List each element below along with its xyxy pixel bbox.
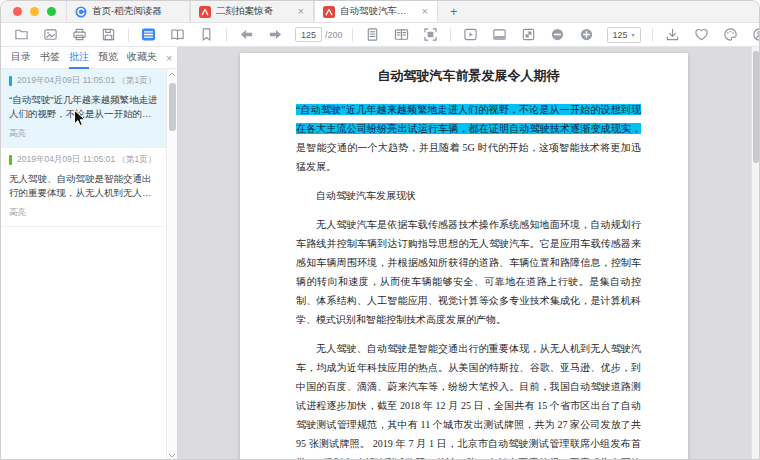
document-viewport[interactable]: 自动驾驶汽车前景发展令人期待 “自动驾驶”近几年越来越频繁地走进人们的视野，不论… [178,47,759,460]
panel-toggle-icon-active[interactable] [141,27,156,42]
fullscreen-icon[interactable] [521,27,536,42]
highlighted-text[interactable]: “自动驾驶”近几年越来越频繁地走进人们的视野，不论是从一开始的设想到现在各大主流… [296,104,641,134]
reader-logo-icon [75,6,87,18]
close-window-button[interactable] [13,7,22,16]
tab-bar: 首页-稻壳阅读器 二刻拍案惊奇 × 自动驾驶汽车前景发展... × + [1,1,759,23]
annotation-item[interactable]: 2019年04月09日 11:05:01 （第1页） 无人驾驶、自动驾驶是智能交… [1,148,166,227]
sidebar-tab-bookmarks[interactable]: 书签 [40,46,60,69]
annotation-list: 2019年04月09日 11:05:01 （第1页） “自动驾驶”近几年越来越频… [1,69,166,460]
close-tab-icon[interactable]: × [297,6,305,17]
facing-pages-icon[interactable] [394,27,409,42]
sidebar-tab-preview[interactable]: 预览 [98,46,118,69]
open-file-icon[interactable] [14,27,29,42]
app-window: 首页-稻壳阅读器 二刻拍案惊奇 × 自动驾驶汽车前景发展... × + [0,0,760,460]
toolbar: /200 125 ▾ [1,23,759,47]
zoom-in-icon[interactable] [579,27,594,42]
favorite-icon[interactable] [694,27,709,42]
page-number-input[interactable] [295,27,322,42]
traffic-lights [1,1,66,22]
scrollbar-thumb[interactable] [753,51,759,163]
document-paragraph: 无人驾驶汽车是依据车载传感器技术操作系统感知地面环境，自动规划行车路线并控制车辆… [296,215,641,329]
reading-mode-icon[interactable] [170,27,185,42]
account-icon[interactable] [752,27,760,42]
sidebar-tab-favorites[interactable]: 收藏夹 [127,46,157,69]
print-icon[interactable] [72,27,87,42]
bookmark-icon[interactable] [199,27,214,42]
toolbar-layout-icon[interactable] [492,27,507,42]
minimize-window-button[interactable] [30,7,39,16]
zoom-out-icon[interactable] [550,27,565,42]
content-area: 目录 书签 批注 预览 收藏夹 × 2019年04月09日 11:05:01 （… [1,47,759,460]
annotation-item[interactable]: 2019年04月09日 11:05:01 （第1页） “自动驾驶”近几年越来越频… [1,69,166,148]
sidebar-scrollbar[interactable] [166,69,177,460]
download-icon[interactable] [665,27,680,42]
annotations-sidebar: 目录 书签 批注 预览 收藏夹 × 2019年04月09日 11:05:01 （… [1,47,178,460]
prev-page-icon[interactable] [239,27,254,42]
scroll-up-icon[interactable] [167,69,178,79]
pdf-icon [199,6,211,18]
tab-label: 二刻拍案惊奇 [216,5,292,18]
document-paragraph: “自动驾驶”近几年越来越频繁地走进人们的视野，不论是从一开始的设想到现在各大主流… [296,100,641,176]
next-page-icon[interactable] [268,27,283,42]
new-tab-button[interactable]: + [438,1,470,22]
zoom-level-dropdown[interactable]: 125 ▾ [607,27,641,43]
sidebar-tabs: 目录 书签 批注 预览 收藏夹 × [1,47,177,69]
annotation-meta: 2019年04月09日 11:05:01 （第1页） [17,75,156,87]
chevron-down-icon: ▾ [632,31,635,38]
theme-palette-icon[interactable] [723,27,738,42]
single-page-icon[interactable] [365,27,380,42]
annotation-meta: 2019年04月09日 11:05:01 （第1页） [17,154,156,166]
save-icon[interactable] [101,27,116,42]
close-sidebar-icon[interactable]: × [166,52,172,64]
section-heading: 自动驾驶汽车发展现状 [296,186,641,205]
zoom-level-value: 125 [613,30,628,40]
annotation-text: 无人驾驶、自动驾驶是智能交通出行的重要体现，从无人机到无人驾驶汽车 [9,172,158,200]
page-total-label: /200 [325,30,343,40]
annotation-color-bar [9,76,12,86]
annotation-text: “自动驾驶”近几年越来越频繁地走进人们的视野，不论是从一开始的设想到现在各大主流… [9,93,158,121]
document-scrollbar[interactable] [751,47,759,460]
slideshow-icon[interactable] [463,27,478,42]
document-paragraph: 无人驾驶、自动驾驶是智能交通出行的重要体现，从无人机到无人驾驶汽车，均成为近年科… [296,339,641,460]
annotation-color-bar [9,155,12,165]
paragraph-text: 是智能交通的一个大趋势，并且随着 5G 时代的开始，这项智能技术将更加迅猛发展。 [296,142,641,172]
annotation-type-label: 高亮 [9,128,158,140]
pdf-page: 自动驾驶汽车前景发展令人期待 “自动驾驶”近几年越来越频繁地走进人们的视野，不论… [240,53,688,460]
scrollbar-thumb[interactable] [169,83,176,131]
zoom-window-button[interactable] [47,7,56,16]
tab-home[interactable]: 首页-稻壳阅读器 [66,1,190,22]
document-title: 自动驾驶汽车前景发展令人期待 [296,67,641,85]
scroll-down-icon[interactable] [167,450,178,460]
close-tab-icon[interactable]: × [421,6,429,17]
sidebar-tab-annotations[interactable]: 批注 [69,46,89,69]
tab-label: 自动驾驶汽车前景发展... [340,5,416,18]
sidebar-tab-catalog[interactable]: 目录 [11,46,31,69]
save-as-image-icon[interactable] [43,27,58,42]
fit-page-icon[interactable] [423,27,438,42]
tab-label: 首页-稻壳阅读器 [92,5,181,18]
tab-document-2-active[interactable]: 自动驾驶汽车前景发展... × [314,1,438,22]
annotation-meta-row: 2019年04月09日 11:05:01 （第1页） [9,154,158,166]
annotation-meta-row: 2019年04月09日 11:05:01 （第1页） [9,75,158,87]
pdf-icon [323,6,335,18]
tab-document-1[interactable]: 二刻拍案惊奇 × [190,1,314,22]
annotation-type-label: 高亮 [9,207,158,219]
